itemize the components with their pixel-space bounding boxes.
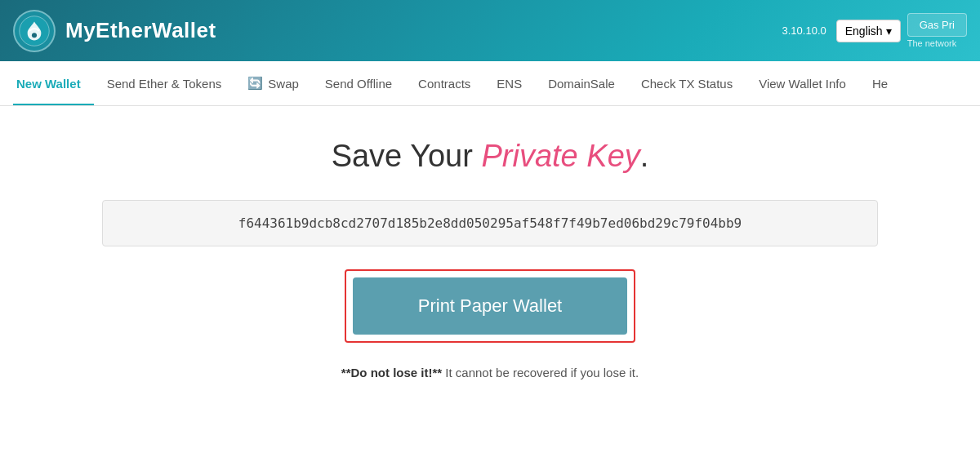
print-paper-wallet-button[interactable]: Print Paper Wallet: [353, 277, 627, 335]
nav-label-new-wallet: New Wallet: [16, 77, 81, 91]
warning-detail: It cannot be recovered if you lose it.: [445, 366, 639, 379]
network-text: The network: [907, 38, 957, 48]
nav-item-new-wallet[interactable]: New Wallet: [13, 61, 94, 106]
nav-item-view-wallet[interactable]: View Wallet Info: [746, 61, 859, 106]
language-selector[interactable]: English ▾: [836, 20, 901, 42]
private-key-display: f644361b9dcb8cd2707d185b2e8dd050295af548…: [102, 200, 878, 246]
language-label: English: [845, 24, 883, 38]
svg-point-1: [32, 33, 37, 38]
heading-suffix: .: [640, 139, 649, 173]
nav-item-send-offline[interactable]: Send Offline: [312, 61, 405, 106]
nav-label-help: He: [872, 77, 888, 91]
nav-label-view-wallet: View Wallet Info: [759, 77, 846, 91]
nav-label-send-ether: Send Ether & Tokens: [107, 77, 222, 91]
nav-item-ens[interactable]: ENS: [483, 61, 535, 106]
nav-label-swap: Swap: [268, 77, 299, 91]
version-text: 3.10.10.0: [782, 24, 826, 37]
swap-icon: 🔄: [247, 76, 263, 91]
nav-label-ens: ENS: [497, 77, 522, 91]
warning-text: **Do not lose it!** It cannot be recover…: [341, 366, 639, 379]
chevron-down-icon: ▾: [886, 24, 892, 38]
page-heading: Save Your Private Key.: [332, 139, 649, 174]
nav-item-help[interactable]: He: [859, 61, 901, 106]
nav-item-contracts[interactable]: Contracts: [405, 61, 483, 106]
nav-label-check-tx: Check TX Status: [641, 77, 733, 91]
nav-label-send-offline: Send Offline: [325, 77, 392, 91]
header-right: 3.10.10.0 English ▾ Gas Pri The network: [782, 13, 967, 48]
main-nav: New Wallet Send Ether & Tokens 🔄 Swap Se…: [0, 61, 980, 106]
nav-label-contracts: Contracts: [418, 77, 470, 91]
gas-price-button[interactable]: Gas Pri: [907, 13, 967, 37]
header-right-col: 3.10.10.0: [782, 24, 830, 37]
print-button-wrapper: Print Paper Wallet: [345, 269, 635, 343]
nav-item-domainsale[interactable]: DomainSale: [535, 61, 628, 106]
nav-item-swap[interactable]: 🔄 Swap: [234, 61, 312, 106]
heading-prefix: Save Your: [332, 139, 482, 173]
heading-highlight: Private Key: [481, 139, 639, 173]
site-title: MyEtherWallet: [65, 18, 216, 43]
nav-label-domainsale: DomainSale: [548, 77, 615, 91]
main-content: Save Your Private Key. f644361b9dcb8cd27…: [0, 106, 980, 396]
private-key-value: f644361b9dcb8cd2707d185b2e8dd050295af548…: [238, 215, 742, 231]
header: MyEtherWallet 3.10.10.0 English ▾ Gas Pr…: [0, 0, 980, 61]
nav-item-send-ether[interactable]: Send Ether & Tokens: [94, 61, 235, 106]
logo-icon: [13, 10, 56, 52]
logo-area: MyEtherWallet: [13, 10, 216, 52]
warning-emphasis: **Do not lose it!**: [341, 366, 442, 379]
nav-item-check-tx[interactable]: Check TX Status: [628, 61, 746, 106]
